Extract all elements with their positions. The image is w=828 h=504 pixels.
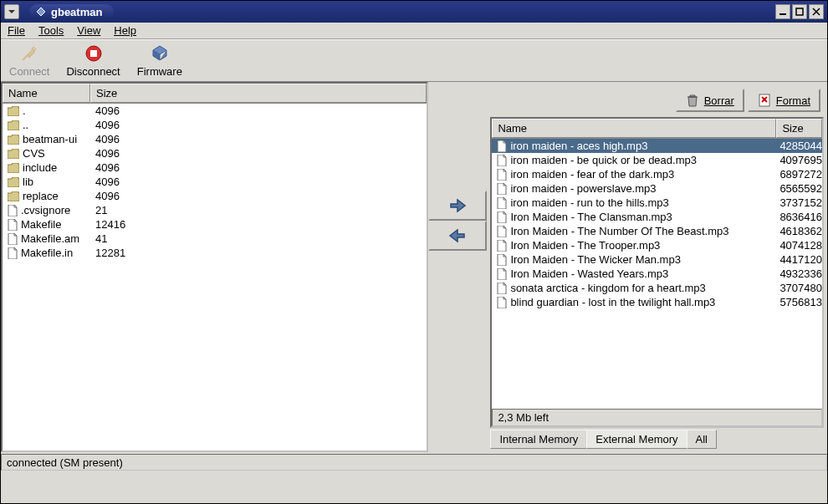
file-name: lib: [23, 176, 33, 188]
menu-view[interactable]: View: [77, 24, 100, 37]
file-name: iron maiden - fear of the dark.mp3: [510, 168, 674, 181]
connect-button[interactable]: Connect: [9, 43, 49, 78]
maximize-button[interactable]: [792, 4, 807, 19]
transfer-left-button[interactable]: [428, 221, 488, 251]
connect-label: Connect: [9, 65, 49, 78]
file-name: beatman-ui: [23, 133, 77, 145]
file-name: Makefile.am: [21, 232, 79, 245]
chevron-down-icon: [8, 8, 16, 16]
space-left-label: 2,3 Mb left: [492, 409, 822, 426]
firmware-label: Firmware: [137, 65, 182, 78]
chip-icon: [150, 43, 170, 64]
file-size: 4096: [90, 104, 427, 117]
folder-icon: [8, 163, 19, 173]
window-menu-button[interactable]: [4, 4, 19, 19]
list-item[interactable]: iron maiden - aces high.mp34285044: [492, 139, 822, 153]
file-name: Makefile: [21, 218, 61, 231]
file-icon: [497, 197, 507, 209]
arrow-left-icon: [447, 226, 468, 246]
file-size: 6565592: [776, 182, 822, 195]
file-size: 4096: [90, 161, 427, 174]
file-name: Iron Maiden - The Number Of The Beast.mp…: [510, 225, 728, 237]
list-item[interactable]: .4096: [3, 104, 427, 118]
file-size: 4096: [90, 133, 427, 145]
tab-external[interactable]: External Memory: [586, 430, 687, 449]
list-item[interactable]: Iron Maiden - The Number Of The Beast.mp…: [492, 224, 822, 238]
list-item[interactable]: Iron Maiden - The Trooper.mp34074128: [492, 238, 822, 252]
stop-icon: [84, 43, 104, 64]
list-item[interactable]: Makefile12416: [3, 217, 427, 232]
svg-rect-3: [779, 13, 786, 15]
statusbar: connected (SM present): [1, 454, 827, 471]
list-item[interactable]: sonata arctica - kingdom for a heart.mp3…: [492, 281, 822, 295]
file-name: Iron Maiden - The Trooper.mp3: [510, 239, 660, 252]
file-icon: [497, 283, 507, 294]
file-size: 12416: [90, 218, 427, 231]
file-icon: [497, 297, 507, 308]
local-col-size[interactable]: Size: [90, 84, 427, 103]
title-pill: gbeatman: [29, 4, 114, 20]
file-icon: [497, 169, 507, 181]
file-size: 4618362: [776, 225, 822, 237]
list-item[interactable]: Iron Maiden - The Clansman.mp38636416: [492, 210, 822, 224]
file-name: blind guardian - lost in the twilight ha…: [510, 296, 715, 308]
list-item[interactable]: iron maiden - fear of the dark.mp3689727…: [492, 167, 822, 181]
file-name: Iron Maiden - The Clansman.mp3: [510, 211, 672, 223]
file-icon: [497, 226, 507, 237]
close-icon: [812, 8, 820, 16]
tab-all[interactable]: All: [687, 430, 717, 449]
close-button[interactable]: [809, 4, 824, 19]
file-icon: [497, 254, 507, 266]
firmware-button[interactable]: Firmware: [137, 43, 182, 78]
minimize-icon: [779, 8, 787, 16]
file-size: 4096: [90, 147, 427, 160]
list-item[interactable]: Iron Maiden - Wasted Years.mp34932336: [492, 267, 822, 281]
device-col-size[interactable]: Size: [776, 119, 822, 138]
menu-tools[interactable]: Tools: [38, 24, 64, 37]
format-button[interactable]: Format: [748, 89, 820, 112]
file-size: 4285044: [776, 140, 822, 152]
local-list-body[interactable]: .4096..4096beatman-ui4096CVS4096include4…: [3, 104, 427, 451]
menu-help[interactable]: Help: [114, 24, 136, 37]
file-icon: [8, 233, 18, 245]
list-item[interactable]: Makefile.am41: [3, 232, 427, 246]
list-item[interactable]: lib4096: [3, 175, 427, 189]
device-list-body[interactable]: iron maiden - aces high.mp34285044iron m…: [492, 139, 822, 409]
tab-internal[interactable]: Internal Memory: [490, 430, 587, 449]
file-name: Makefile.in: [21, 247, 73, 259]
disconnect-button[interactable]: Disconnect: [66, 43, 120, 78]
file-name: sonata arctica - kingdom for a heart.mp3: [510, 282, 705, 294]
menubar: File Tools View Help: [1, 23, 827, 39]
transfer-right-button[interactable]: [428, 191, 488, 221]
file-size: 4096: [90, 190, 427, 202]
list-item[interactable]: Makefile.in12281: [3, 246, 427, 260]
list-item[interactable]: beatman-ui4096: [3, 132, 427, 146]
list-item[interactable]: Iron Maiden - The Wicker Man.mp34417120: [492, 252, 822, 267]
file-size: 4417120: [776, 253, 822, 266]
device-col-name[interactable]: Name: [492, 119, 776, 138]
device-panel: Borrar Format Name Size iron maiden - ac…: [487, 82, 827, 452]
local-file-list: Name Size .4096..4096beatman-ui4096CVS40…: [1, 82, 428, 452]
file-name: replace: [23, 190, 59, 202]
menu-file[interactable]: File: [8, 24, 25, 37]
file-name: iron maiden - run to the hills.mp3: [510, 196, 668, 209]
list-item[interactable]: ..4096: [3, 118, 427, 132]
list-item[interactable]: include4096: [3, 160, 427, 175]
list-item[interactable]: replace4096: [3, 189, 427, 203]
list-item[interactable]: iron maiden - powerslave.mp36565592: [492, 181, 822, 196]
minimize-button[interactable]: [775, 4, 790, 19]
delete-button[interactable]: Borrar: [676, 89, 744, 112]
file-size: 3707480: [776, 282, 822, 294]
file-icon: [497, 240, 507, 252]
list-item[interactable]: .cvsignore21: [3, 203, 427, 217]
list-item[interactable]: CVS4096: [3, 146, 427, 160]
list-item[interactable]: blind guardian - lost in the twilight ha…: [492, 295, 822, 309]
file-size: 12281: [90, 247, 427, 259]
format-icon: [758, 94, 771, 107]
file-icon: [497, 211, 507, 223]
local-col-name[interactable]: Name: [3, 84, 90, 103]
file-size: 4096: [90, 119, 427, 131]
list-item[interactable]: iron maiden - run to the hills.mp3373715…: [492, 196, 822, 210]
list-item[interactable]: iron maiden - be quick or be dead.mp3409…: [492, 153, 822, 167]
file-name: Iron Maiden - Wasted Years.mp3: [510, 267, 668, 280]
